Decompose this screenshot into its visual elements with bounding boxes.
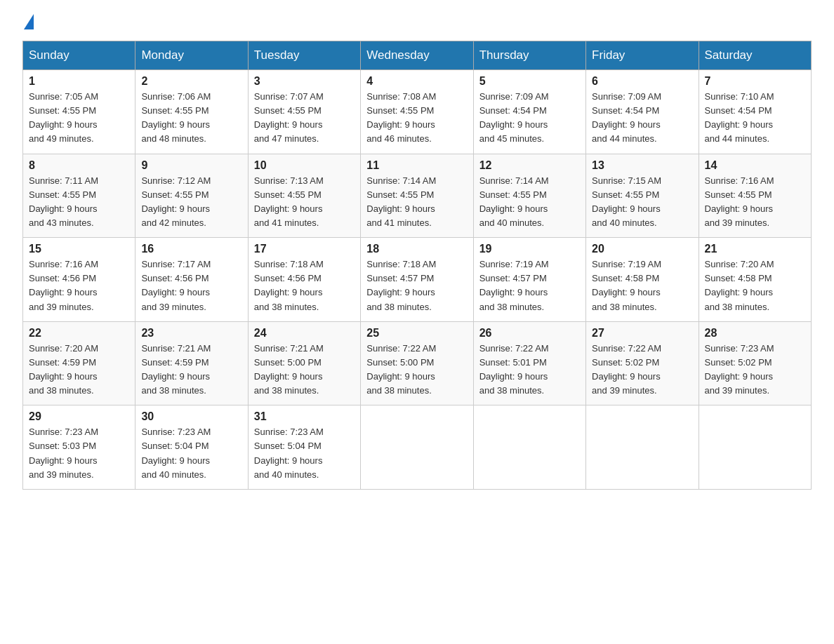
day-info: Sunrise: 7:22 AM Sunset: 5:02 PM Dayligh… <box>592 342 692 398</box>
day-info: Sunrise: 7:21 AM Sunset: 5:00 PM Dayligh… <box>254 342 355 398</box>
calendar-table: SundayMondayTuesdayWednesdayThursdayFrid… <box>22 41 812 490</box>
calendar-day-2: 2 Sunrise: 7:06 AM Sunset: 4:55 PM Dayli… <box>135 70 248 154</box>
calendar-week-1: 1 Sunrise: 7:05 AM Sunset: 4:55 PM Dayli… <box>23 70 812 154</box>
day-info: Sunrise: 7:07 AM Sunset: 4:55 PM Dayligh… <box>254 90 355 147</box>
calendar-day-4: 4 Sunrise: 7:08 AM Sunset: 4:55 PM Dayli… <box>361 70 473 154</box>
calendar-day-16: 16 Sunrise: 7:17 AM Sunset: 4:56 PM Dayl… <box>135 238 248 322</box>
calendar-day-30: 30 Sunrise: 7:23 AM Sunset: 5:04 PM Dayl… <box>135 405 248 490</box>
calendar-day-8: 8 Sunrise: 7:11 AM Sunset: 4:55 PM Dayli… <box>23 154 135 238</box>
calendar-day-26: 26 Sunrise: 7:22 AM Sunset: 5:01 PM Dayl… <box>473 321 585 405</box>
calendar-day-9: 9 Sunrise: 7:12 AM Sunset: 4:55 PM Dayli… <box>135 154 248 238</box>
calendar-week-2: 8 Sunrise: 7:11 AM Sunset: 4:55 PM Dayli… <box>23 154 812 238</box>
day-info: Sunrise: 7:05 AM Sunset: 4:55 PM Dayligh… <box>29 90 129 147</box>
day-info: Sunrise: 7:08 AM Sunset: 4:55 PM Dayligh… <box>366 90 467 147</box>
day-number: 9 <box>141 159 241 172</box>
day-info: Sunrise: 7:23 AM Sunset: 5:04 PM Dayligh… <box>141 425 241 482</box>
day-info: Sunrise: 7:06 AM Sunset: 4:55 PM Dayligh… <box>141 90 241 147</box>
day-info: Sunrise: 7:21 AM Sunset: 4:59 PM Dayligh… <box>141 342 241 398</box>
day-info: Sunrise: 7:20 AM Sunset: 4:59 PM Dayligh… <box>29 342 129 398</box>
calendar-day-15: 15 Sunrise: 7:16 AM Sunset: 4:56 PM Dayl… <box>23 238 135 322</box>
day-number: 1 <box>29 75 129 88</box>
logo-triangle-icon <box>24 14 34 29</box>
day-number: 23 <box>141 327 241 340</box>
calendar-day-11: 11 Sunrise: 7:14 AM Sunset: 4:55 PM Dayl… <box>361 154 473 238</box>
day-number: 27 <box>592 327 692 340</box>
day-info: Sunrise: 7:17 AM Sunset: 4:56 PM Dayligh… <box>141 257 241 314</box>
calendar-day-23: 23 Sunrise: 7:21 AM Sunset: 4:59 PM Dayl… <box>135 321 248 405</box>
calendar-day-28: 28 Sunrise: 7:23 AM Sunset: 5:02 PM Dayl… <box>699 321 811 405</box>
calendar-day-5: 5 Sunrise: 7:09 AM Sunset: 4:54 PM Dayli… <box>473 70 585 154</box>
weekday-header-monday: Monday <box>135 41 248 70</box>
weekday-header-sunday: Sunday <box>23 41 135 70</box>
day-info: Sunrise: 7:09 AM Sunset: 4:54 PM Dayligh… <box>592 90 692 147</box>
day-number: 12 <box>479 159 580 172</box>
weekday-header-thursday: Thursday <box>473 41 585 70</box>
weekday-header-saturday: Saturday <box>699 41 811 70</box>
calendar-day-18: 18 Sunrise: 7:18 AM Sunset: 4:57 PM Dayl… <box>361 238 473 322</box>
calendar-day-3: 3 Sunrise: 7:07 AM Sunset: 4:55 PM Dayli… <box>248 70 360 154</box>
day-number: 26 <box>479 327 580 340</box>
day-number: 31 <box>254 410 355 423</box>
empty-cell <box>699 405 811 490</box>
day-number: 30 <box>141 410 241 423</box>
day-info: Sunrise: 7:18 AM Sunset: 4:57 PM Dayligh… <box>366 257 467 314</box>
calendar-day-7: 7 Sunrise: 7:10 AM Sunset: 4:54 PM Dayli… <box>699 70 811 154</box>
day-number: 3 <box>254 75 355 88</box>
calendar-day-22: 22 Sunrise: 7:20 AM Sunset: 4:59 PM Dayl… <box>23 321 135 405</box>
day-number: 25 <box>366 327 467 340</box>
logo <box>22 17 34 27</box>
calendar-day-24: 24 Sunrise: 7:21 AM Sunset: 5:00 PM Dayl… <box>248 321 360 405</box>
weekday-header-row: SundayMondayTuesdayWednesdayThursdayFrid… <box>23 41 812 70</box>
calendar-week-3: 15 Sunrise: 7:16 AM Sunset: 4:56 PM Dayl… <box>23 238 812 322</box>
day-number: 24 <box>254 327 355 340</box>
day-info: Sunrise: 7:22 AM Sunset: 5:00 PM Dayligh… <box>366 342 467 398</box>
day-info: Sunrise: 7:09 AM Sunset: 4:54 PM Dayligh… <box>479 90 580 147</box>
calendar-day-27: 27 Sunrise: 7:22 AM Sunset: 5:02 PM Dayl… <box>586 321 699 405</box>
day-number: 17 <box>254 243 355 255</box>
day-info: Sunrise: 7:23 AM Sunset: 5:02 PM Dayligh… <box>705 342 805 398</box>
weekday-header-tuesday: Tuesday <box>248 41 360 70</box>
day-number: 15 <box>29 243 129 255</box>
day-number: 13 <box>592 159 692 172</box>
day-number: 22 <box>29 327 129 340</box>
weekday-header-friday: Friday <box>586 41 699 70</box>
day-number: 19 <box>479 243 580 255</box>
day-info: Sunrise: 7:23 AM Sunset: 5:03 PM Dayligh… <box>29 425 129 482</box>
day-number: 7 <box>705 75 805 88</box>
empty-cell <box>586 405 699 490</box>
empty-cell <box>473 405 585 490</box>
day-number: 18 <box>366 243 467 255</box>
calendar-day-29: 29 Sunrise: 7:23 AM Sunset: 5:03 PM Dayl… <box>23 405 135 490</box>
day-info: Sunrise: 7:22 AM Sunset: 5:01 PM Dayligh… <box>479 342 580 398</box>
day-info: Sunrise: 7:19 AM Sunset: 4:57 PM Dayligh… <box>479 257 580 314</box>
day-number: 14 <box>705 159 805 172</box>
day-info: Sunrise: 7:15 AM Sunset: 4:55 PM Dayligh… <box>592 174 692 231</box>
day-number: 20 <box>592 243 692 255</box>
day-number: 6 <box>592 75 692 88</box>
day-info: Sunrise: 7:14 AM Sunset: 4:55 PM Dayligh… <box>366 174 467 231</box>
day-info: Sunrise: 7:12 AM Sunset: 4:55 PM Dayligh… <box>141 174 241 231</box>
day-info: Sunrise: 7:18 AM Sunset: 4:56 PM Dayligh… <box>254 257 355 314</box>
day-number: 10 <box>254 159 355 172</box>
day-number: 5 <box>479 75 580 88</box>
calendar-day-13: 13 Sunrise: 7:15 AM Sunset: 4:55 PM Dayl… <box>586 154 699 238</box>
calendar-day-14: 14 Sunrise: 7:16 AM Sunset: 4:55 PM Dayl… <box>699 154 811 238</box>
day-number: 11 <box>366 159 467 172</box>
day-number: 16 <box>141 243 241 255</box>
calendar-day-20: 20 Sunrise: 7:19 AM Sunset: 4:58 PM Dayl… <box>586 238 699 322</box>
day-info: Sunrise: 7:16 AM Sunset: 4:55 PM Dayligh… <box>705 174 805 231</box>
calendar-week-5: 29 Sunrise: 7:23 AM Sunset: 5:03 PM Dayl… <box>23 405 812 490</box>
logo-text <box>22 17 34 29</box>
calendar-day-10: 10 Sunrise: 7:13 AM Sunset: 4:55 PM Dayl… <box>248 154 360 238</box>
day-number: 4 <box>366 75 467 88</box>
calendar-week-4: 22 Sunrise: 7:20 AM Sunset: 4:59 PM Dayl… <box>23 321 812 405</box>
day-number: 8 <box>29 159 129 172</box>
calendar-day-6: 6 Sunrise: 7:09 AM Sunset: 4:54 PM Dayli… <box>586 70 699 154</box>
day-info: Sunrise: 7:19 AM Sunset: 4:58 PM Dayligh… <box>592 257 692 314</box>
day-info: Sunrise: 7:23 AM Sunset: 5:04 PM Dayligh… <box>254 425 355 482</box>
day-info: Sunrise: 7:10 AM Sunset: 4:54 PM Dayligh… <box>705 90 805 147</box>
day-info: Sunrise: 7:20 AM Sunset: 4:58 PM Dayligh… <box>705 257 805 314</box>
day-info: Sunrise: 7:14 AM Sunset: 4:55 PM Dayligh… <box>479 174 580 231</box>
day-number: 21 <box>705 243 805 255</box>
calendar-day-31: 31 Sunrise: 7:23 AM Sunset: 5:04 PM Dayl… <box>248 405 360 490</box>
